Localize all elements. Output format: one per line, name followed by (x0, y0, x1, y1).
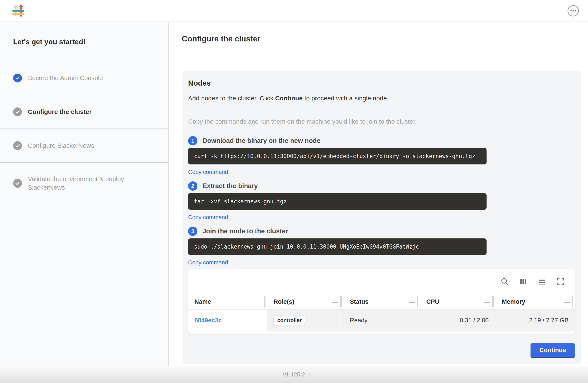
intro-suffix: to proceed with a single node. (303, 95, 389, 102)
check-circle-icon (13, 74, 22, 83)
table-density-button[interactable] (538, 277, 546, 286)
column-resize-handle[interactable] (417, 296, 418, 308)
column-header-memory[interactable]: Memory (495, 294, 575, 309)
step-1-header: 1 Download the binary on the new node (188, 136, 575, 146)
column-label: CPU (426, 298, 439, 305)
sidebar-item-label: Configure SlackerNews (28, 141, 94, 150)
drag-handle-icon[interactable] (484, 299, 491, 304)
step-3-title: Join the node to the cluster (203, 227, 288, 235)
sidebar-item-label: Validate the environment & deploy Slacke… (28, 175, 134, 192)
step-3-command-code: sudo ./slackernews-gnu join 10.0.0.11:30… (188, 238, 486, 255)
view-columns-icon (519, 277, 527, 286)
column-label: Memory (502, 298, 525, 305)
check-circle-icon (13, 179, 22, 188)
density-rows-icon (538, 277, 546, 286)
step-1-copy-command-link[interactable]: Copy command (188, 169, 228, 175)
sidebar-heading: Let's get you started! (0, 22, 168, 61)
check-circle-icon (13, 107, 22, 116)
app-footer: v1.125.2 (0, 366, 588, 383)
nodes-table-panel: Name Role(s) (188, 269, 575, 334)
step-2-copy-command-link[interactable]: Copy command (188, 214, 228, 221)
sidebar-item-validate-deploy[interactable]: Validate the environment & deploy Slacke… (0, 163, 168, 204)
table-panel-spacer (188, 331, 575, 334)
title-divider (182, 55, 581, 55)
step-3-number-badge: 3 (188, 227, 197, 236)
cell-node-status: Ready (343, 310, 420, 331)
step-2-command-code: tar -xvf slackernews-gnu.tgz (188, 193, 486, 210)
column-header-roles[interactable]: Role(s) (267, 294, 343, 309)
page-title: Configure the cluster (182, 34, 581, 43)
drag-handle-icon[interactable] (332, 299, 339, 304)
nodes-intro-text: Add nodes to the cluster. Click Continue… (188, 94, 575, 102)
card-actions: Continue (188, 343, 575, 358)
column-resize-handle[interactable] (572, 296, 573, 308)
step-3-copy-command-link[interactable]: Copy command (188, 259, 228, 266)
table-header-row: Name Role(s) (188, 294, 575, 310)
overflow-menu-button[interactable] (567, 5, 579, 17)
column-header-status[interactable]: Status (343, 294, 420, 309)
column-resize-handle[interactable] (492, 296, 494, 308)
sidebar-item-secure-admin-console[interactable]: Secure the Admin Console (0, 61, 168, 95)
step-3-header: 3 Join the node to the cluster (188, 227, 575, 236)
step-1-number-badge: 1 (188, 136, 197, 146)
column-resize-handle[interactable] (340, 296, 342, 308)
cell-node-memory: 2.19 / 7.77 GB (495, 310, 575, 331)
join-instructions-text: Copy the commands and run them on the ma… (188, 118, 575, 126)
column-label: Role(s) (273, 298, 294, 305)
setup-steps-sidebar: Let's get you started! Secure the Admin … (0, 22, 169, 366)
version-label: v1.125.2 (283, 371, 305, 378)
check-circle-icon (13, 141, 22, 150)
main-content: Configure the cluster Nodes Add nodes to… (169, 22, 588, 366)
table-columns-button[interactable] (519, 277, 527, 286)
table-toolbar (188, 269, 575, 294)
table-body: 8849ec3c controller Ready 0.31 / 2.00 2.… (188, 310, 575, 331)
drag-handle-icon[interactable] (408, 299, 415, 304)
role-chip: controller (273, 316, 305, 325)
step-2-number-badge: 2 (188, 181, 197, 191)
table-row: 8849ec3c controller Ready 0.31 / 2.00 2.… (188, 310, 575, 331)
cell-node-roles: controller (267, 310, 343, 331)
table-fullscreen-button[interactable] (556, 277, 565, 286)
table-search-button[interactable] (501, 277, 509, 286)
column-label: Name (194, 298, 211, 305)
sidebar-item-label: Configure the cluster (28, 107, 92, 116)
sidebar-item-configure-slackernews[interactable]: Configure SlackerNews (0, 129, 168, 163)
column-header-cpu[interactable]: CPU (420, 294, 495, 309)
step-2-title: Extract the binary (203, 182, 258, 190)
nodes-table: Name Role(s) (188, 294, 575, 334)
column-header-name[interactable]: Name (188, 294, 267, 309)
drag-handle-icon[interactable] (563, 299, 570, 304)
top-nav (0, 0, 588, 22)
intro-bold-continue: Continue (275, 95, 303, 102)
continue-button[interactable]: Continue (530, 343, 575, 358)
step-1-command-code: curl -k https://10.0.0.11:30000/api/v1/e… (188, 148, 486, 165)
intro-prefix: Add nodes to the cluster. Click (188, 95, 275, 102)
column-resize-handle[interactable] (264, 296, 266, 308)
cell-node-cpu: 0.31 / 2.00 (420, 310, 495, 331)
cell-node-name: 8849ec3c (188, 310, 267, 331)
fullscreen-icon (556, 277, 565, 286)
ellipsis-menu-icon (567, 5, 579, 17)
column-label: Status (350, 298, 369, 305)
nodes-heading: Nodes (188, 79, 575, 87)
sidebar-item-configure-cluster[interactable]: Configure the cluster (0, 95, 168, 129)
search-icon (501, 277, 509, 286)
slackernews-logo-icon (12, 4, 24, 18)
nodes-card: Nodes Add nodes to the cluster. Click Co… (182, 71, 581, 364)
step-2-header: 2 Extract the binary (188, 181, 575, 191)
node-name-link[interactable]: 8849ec3c (194, 317, 222, 324)
step-1-title: Download the binary on the new node (203, 137, 320, 145)
admin-console-app: Let's get you started! Secure the Admin … (0, 0, 588, 383)
sidebar-item-label: Secure the Admin Console (28, 74, 103, 82)
